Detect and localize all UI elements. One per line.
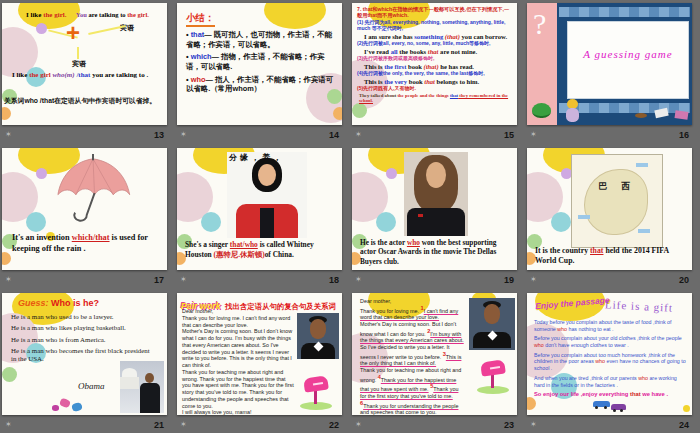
map-land <box>584 169 648 235</box>
slide-17-strip: ✶ 17 <box>2 272 167 287</box>
slide-cell-17: It's an invention which/that is used for… <box>0 145 175 290</box>
transition-icon[interactable]: ✶ <box>5 421 12 429</box>
plus-sign: + <box>66 21 80 45</box>
combined-sentence: I like the girl who(m) /that you are tal… <box>12 71 148 79</box>
slide-23-thumbnail[interactable]: Dear mother, Thank you for loving me. 1I… <box>352 293 517 415</box>
sentence: It's an invention which/that is used for… <box>12 232 160 254</box>
obama-photo <box>120 361 164 413</box>
flower-clipart <box>71 402 83 412</box>
grammar-note: 关系词who /that在定语从句中作宾语时可以省掉。 <box>4 97 166 105</box>
slide-16-strip: ✶ 16 <box>527 127 692 142</box>
example-2: I've read all the books that are not min… <box>364 48 513 55</box>
map-country-label: 巴 西 <box>572 181 662 193</box>
slide-18-strip: ✶ 18 <box>177 272 342 287</box>
slide-21-thumbnail[interactable]: Guess: Who is he? He is a man who used t… <box>2 293 167 415</box>
annotated-letter-text: Dear mother, Thank you for loving me. 1I… <box>360 298 466 415</box>
rule-which: • which— 指物，作主语，不能省略；作宾语，可以省略. <box>186 52 336 71</box>
transition-icon[interactable]: ✶ <box>5 131 12 139</box>
car-wheel <box>604 406 607 409</box>
rule-3: (3)先行词被序数词或最高级修饰时, <box>357 56 513 62</box>
slide-cell-21: Guess: Who is he? He is a man who used t… <box>0 290 175 433</box>
rules-block: 7. that和which在指物的情况下一般都可以互换,但在下列情况下,一般用t… <box>357 6 513 105</box>
decorative-circle <box>177 172 213 222</box>
slide-cell-22: Pair work 找出含定语从句的复合句及关系词 Dear mother, T… <box>175 290 350 433</box>
car-wheel <box>613 409 616 412</box>
summary-block: 小结： • that— 既可指人，也可指物，作主语，不能省略；作宾语，可以省略。… <box>186 7 336 97</box>
slide-14-thumbnail[interactable]: 小结： • that— 既可指人，也可指物，作主语，不能省略；作宾语，可以省略。… <box>177 3 342 125</box>
decorative-circle <box>386 168 397 179</box>
slide-21-strip: ✶ 21 <box>2 417 167 432</box>
sentence-2: You are talking to the girl. <box>76 11 149 18</box>
slide-22-strip: ✶ 22 <box>177 417 342 432</box>
slide-15-strip: ✶ 15 <box>352 127 517 142</box>
decorative-circle <box>352 103 367 118</box>
slide-number: 21 <box>154 420 164 430</box>
slide-22-thumbnail[interactable]: Pair work 找出含定语从句的复合句及关系词 Dear mother, T… <box>177 293 342 415</box>
transition-icon[interactable]: ✶ <box>180 421 187 429</box>
slide-cell-24: Enjoy the passage Life is a gift Today b… <box>525 290 700 433</box>
mailbox-clipart <box>477 359 513 395</box>
slide-16-thumbnail[interactable]: ? A guessing game <box>527 3 692 125</box>
slide-19-thumbnail[interactable]: He is the actor who won the best support… <box>352 148 517 270</box>
decorative-circle <box>36 23 47 34</box>
object-label-1: 宾语 <box>120 23 134 33</box>
mailbox-box <box>480 359 506 376</box>
decorative-circle <box>201 212 221 232</box>
decorative-circle <box>551 212 571 232</box>
plant-pot-clipart <box>532 103 551 118</box>
letter-text: Dear mother, Thank you for loving me. I … <box>182 308 294 415</box>
transition-icon[interactable]: ✶ <box>355 421 362 429</box>
slide-13-thumbnail[interactable]: I like the girl. You are talking to the … <box>2 3 167 125</box>
slide-20-strip: ✶ 20 <box>527 272 692 287</box>
clue-3: He is a man who is from America. <box>11 336 161 344</box>
slide-number: 23 <box>504 420 514 430</box>
decorative-circle <box>36 168 47 179</box>
example-5: They talked about the people and the thi… <box>359 93 513 104</box>
decorative-circle <box>2 107 11 120</box>
transition-icon[interactable]: ✶ <box>530 421 537 429</box>
brazil-map: 巴 西 <box>571 154 663 248</box>
slide-14-strip: ✶ 14 <box>177 127 342 142</box>
slide-18-thumbnail[interactable]: 分缘，养， She's a singer that/who is called … <box>177 148 342 270</box>
decorative-circle <box>2 367 17 382</box>
sentence: He is the actor who won the best support… <box>360 238 512 266</box>
guess-title: Guess: Who is he? <box>18 298 99 308</box>
rule-1: (1) 先行词为all, everything, nothing, someth… <box>357 20 513 32</box>
slide-24-strip: ✶ 24 <box>527 417 692 432</box>
slide-24-thumbnail[interactable]: Enjoy the passage Life is a gift Today b… <box>527 293 692 415</box>
face <box>258 164 276 186</box>
prop-clipart <box>654 108 668 119</box>
transition-icon[interactable]: ✶ <box>5 276 12 284</box>
connector-line <box>77 47 79 59</box>
slide-15-thumbnail[interactable]: 7. that和which在指物的情况下一般都可以互换,但在下列情况下,一般用t… <box>352 3 517 125</box>
slide-number: 24 <box>679 420 689 430</box>
slide-number: 19 <box>504 275 514 285</box>
slide-number: 20 <box>679 275 689 285</box>
slide-cell-15: 7. that和which在指物的情况下一般都可以互换,但在下列情况下,一般用t… <box>350 0 525 145</box>
car-clipart <box>593 401 610 407</box>
transition-icon[interactable]: ✶ <box>180 131 187 139</box>
slide-cell-13: I like the girl. You are talking to the … <box>0 0 175 145</box>
title-panel: A guessing game <box>567 21 689 99</box>
slide-cell-19: He is the actor who won the best support… <box>350 145 525 290</box>
slide-number: 15 <box>504 130 514 140</box>
transition-icon[interactable]: ✶ <box>355 131 362 139</box>
suit <box>407 208 465 236</box>
transition-icon[interactable]: ✶ <box>530 276 537 284</box>
photo-actor <box>404 152 468 236</box>
slide-20-thumbnail[interactable]: 巴 西 It is the country that held the 2014… <box>527 148 692 270</box>
transition-icon[interactable]: ✶ <box>355 276 362 284</box>
transition-icon[interactable]: ✶ <box>530 131 537 139</box>
transition-icon[interactable]: ✶ <box>180 276 187 284</box>
slide-17-thumbnail[interactable]: It's an invention which/that is used for… <box>2 148 167 270</box>
face <box>145 373 154 383</box>
pink-side-panel: ? <box>527 3 557 125</box>
cartoon-cat-body <box>566 108 579 122</box>
intro-rule: 7. that和which在指物的情况下一般都可以互换,但在下列情况下,一般用t… <box>357 6 513 18</box>
rule-2: (2)先行词被all, every, no, some, any, little… <box>357 41 513 47</box>
question-mark: ? <box>533 7 546 41</box>
decorative-circle <box>2 252 11 265</box>
slide-number: 22 <box>329 420 339 430</box>
slide-number: 13 <box>154 130 164 140</box>
flower-clipart <box>59 398 71 409</box>
